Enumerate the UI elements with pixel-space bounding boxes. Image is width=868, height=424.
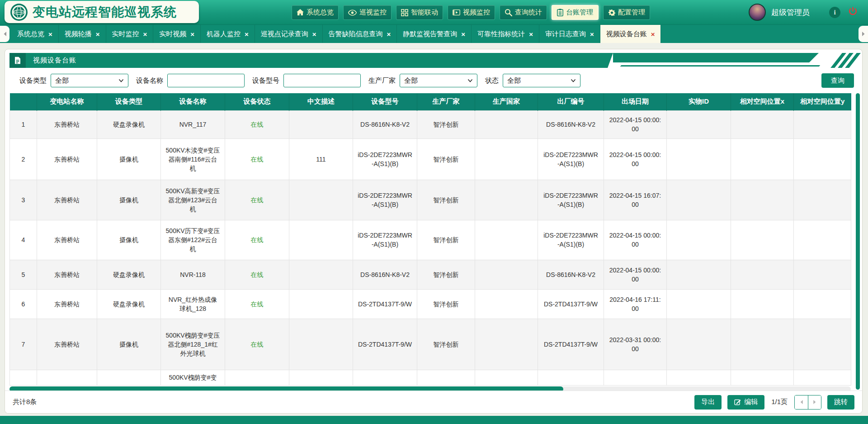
close-icon[interactable]: × (96, 31, 100, 38)
table-cell: 500KV槐荫变#变压器北侧#128_1#红外光球机 (161, 319, 225, 370)
table-cell: 在线 (225, 319, 289, 370)
tab-6[interactable]: 告警缺陷信息查询× (323, 25, 397, 43)
avatar[interactable] (749, 4, 766, 21)
device-table: 变电站名称设备类型设备名称设备状态中文描述设备型号生产厂家生产国家出厂编号出场日… (9, 93, 851, 386)
tab-8[interactable]: 可靠性指标统计× (472, 25, 539, 43)
table-cell: iDS-2DE7223MWR-A(S1)(B) (538, 220, 604, 260)
device-type-value: 全部 (55, 76, 69, 85)
close-icon[interactable]: × (48, 31, 52, 38)
close-icon[interactable]: × (143, 31, 147, 38)
document-icon (9, 53, 26, 68)
table-cell (289, 110, 353, 138)
table-cell (794, 260, 851, 289)
table-cell: 智洋创新 (417, 138, 475, 180)
table-cell: iDS-2DE7223MWR-A(S1)(B) (353, 180, 417, 220)
table-row[interactable]: 4东善桥站摄像机500KV历下变#变压器东侧#122#云台机在线iDS-2DE7… (10, 220, 851, 260)
column-header: 生产厂家 (417, 93, 475, 110)
table-cell (794, 110, 851, 138)
table-cell: 111 (289, 138, 353, 180)
tab-7[interactable]: 静默监视告警查询× (397, 25, 472, 43)
nav-button-home[interactable]: 系统总览 (292, 5, 339, 20)
table-row[interactable]: 7东善桥站摄像机500KV槐荫变#变压器北侧#128_1#红外光球机在线DS-2… (10, 319, 851, 370)
power-icon[interactable] (848, 7, 858, 18)
info-icon[interactable]: i (829, 7, 840, 18)
tab-scroll-left-button[interactable] (0, 26, 9, 42)
jump-button[interactable]: 跳转 (827, 395, 854, 410)
table-row[interactable]: 5东善桥站硬盘录像机NVR-118在线DS-8616N-K8-V2智洋创新DS-… (10, 260, 851, 289)
row-index-cell: 5 (10, 260, 37, 289)
tab-3[interactable]: 实时视频× (153, 25, 201, 43)
tab-9[interactable]: 审计日志查询× (539, 25, 600, 43)
tab-2[interactable]: 实时监控× (106, 25, 154, 43)
table-cell: 智洋创新 (417, 260, 475, 289)
title-bar-decoration (613, 53, 819, 62)
pager (794, 395, 821, 410)
close-icon[interactable]: × (312, 31, 316, 38)
nav-button-video[interactable]: 视频监控 (448, 5, 495, 20)
close-icon[interactable]: × (461, 31, 465, 38)
nav-button-link[interactable]: 智能联动 (396, 5, 443, 20)
table-cell (731, 260, 794, 289)
title-bar-stripes (836, 53, 855, 68)
next-page-button[interactable] (808, 395, 821, 409)
table-cell (667, 220, 731, 260)
tab-5[interactable]: 巡视点记录查询× (255, 25, 323, 43)
table-cell: 500KV高新变#变压器北侧#123#云台机 (161, 180, 225, 220)
device-model-input[interactable] (283, 74, 361, 87)
clipboard-icon (557, 9, 563, 16)
table-cell (37, 370, 97, 385)
page-title: 视频设备台账 (33, 56, 76, 65)
prev-page-button[interactable] (795, 395, 808, 409)
table-cell (97, 370, 161, 385)
table-cell: 500KV槐荫变#变 (161, 370, 225, 385)
table-cell (794, 370, 851, 385)
device-type-label: 设备类型 (19, 76, 47, 85)
nav-button-clipboard[interactable]: 台账管理 (552, 5, 599, 20)
edit-button[interactable]: 编辑 (727, 395, 764, 410)
manufacturer-select[interactable]: 全部 (400, 74, 477, 87)
tab-scroll-right-button[interactable] (859, 26, 868, 42)
table-cell: iDS-2DE7223MWR-A(S1)(B) (353, 138, 417, 180)
tab-10[interactable]: 视频设备台账× (600, 25, 661, 43)
close-icon[interactable]: × (529, 31, 533, 38)
page-card: 视频设备台账 设备类型 全部 设备名称 设备型号 (5, 49, 863, 414)
close-icon[interactable]: × (387, 31, 391, 38)
close-icon[interactable]: × (190, 31, 194, 38)
table-row[interactable]: 6东善桥站硬盘录像机NVR_红外热成像球机_128在线DS-2TD4137T-9… (10, 289, 851, 319)
query-button[interactable]: 查询 (821, 73, 854, 88)
table-cell: 东善桥站 (37, 220, 97, 260)
status-label: 状态 (485, 76, 499, 85)
column-header: 实物ID (667, 93, 731, 110)
tab-label: 告警缺陷信息查询 (329, 30, 383, 38)
close-icon[interactable]: × (651, 31, 655, 38)
table-cell (475, 289, 538, 319)
table-cell (475, 319, 538, 370)
gear-icon (608, 9, 615, 16)
tab-bar: 系统总览×视频轮播×实时监控×实时视频×机器人监控×巡视点记录查询×告警缺陷信息… (0, 25, 868, 43)
tab-4[interactable]: 机器人监控× (201, 25, 255, 43)
table-cell: 在线 (225, 260, 289, 289)
close-icon[interactable]: × (245, 31, 249, 38)
table-cell (731, 180, 794, 220)
nav-button-eye[interactable]: 巡视监控 (343, 5, 392, 20)
close-icon[interactable]: × (590, 31, 594, 38)
nav-button-search[interactable]: 查询统计 (500, 5, 547, 20)
device-name-input[interactable] (167, 74, 245, 87)
user-area: 超级管理员 i (745, 0, 868, 25)
table-cell (475, 138, 538, 180)
table-row[interactable]: 500KV槐荫变#变 (10, 370, 851, 385)
table-row[interactable]: 2东善桥站摄像机500KV木渎变#变压器南侧#116#云台机在线111iDS-2… (10, 138, 851, 180)
status-select[interactable]: 全部 (503, 74, 580, 87)
table-cell (667, 138, 731, 180)
device-type-select[interactable]: 全部 (51, 74, 128, 87)
table-row[interactable]: 3东善桥站摄像机500KV高新变#变压器北侧#123#云台机在线iDS-2DE7… (10, 180, 851, 220)
table-cell (731, 220, 794, 260)
table-cell: 智洋创新 (417, 319, 475, 370)
table-row[interactable]: 1东善桥站硬盘录像机NVR_117在线DS-8616N-K8-V2智洋创新DS-… (10, 110, 851, 138)
tab-1[interactable]: 视频轮播× (59, 25, 106, 43)
nav-button-gear[interactable]: 配置管理 (603, 5, 650, 20)
export-button[interactable]: 导出 (694, 395, 722, 410)
vertical-scrollbar-thumb[interactable] (856, 93, 860, 390)
table-cell (289, 289, 353, 319)
tab-0[interactable]: 系统总览× (11, 25, 59, 43)
